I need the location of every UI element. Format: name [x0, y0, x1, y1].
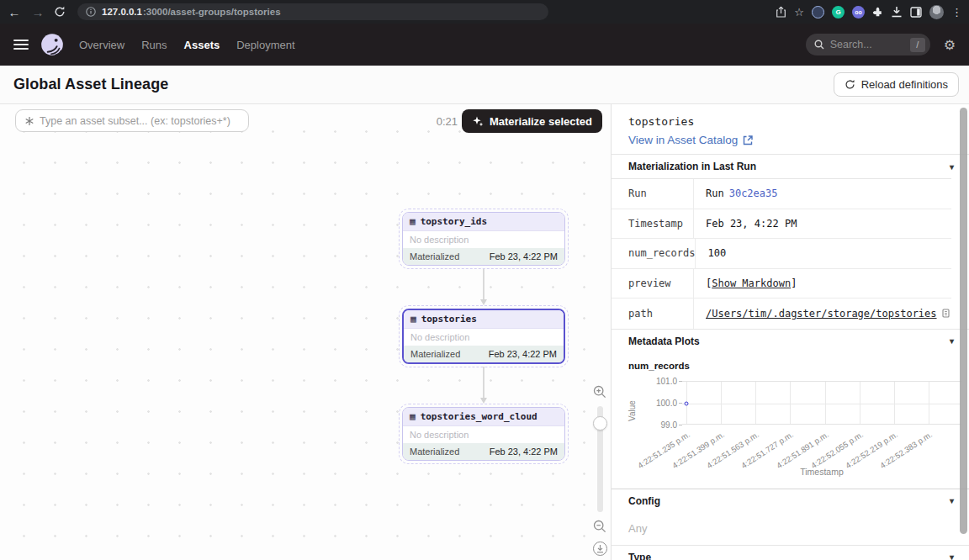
section-materialization-last-run[interactable]: Materialization in Last Run ▾	[612, 154, 969, 178]
reload-icon[interactable]	[54, 6, 69, 18]
y-tick: 100.0	[635, 399, 677, 408]
chevron-down-icon: ▾	[950, 162, 954, 172]
y-tick: 101.0	[635, 377, 677, 386]
back-icon[interactable]: ←	[7, 6, 22, 18]
zoom-in-icon[interactable]	[593, 385, 606, 399]
config-value: Any	[612, 513, 969, 545]
x-axis-label: Timestamp	[682, 467, 961, 477]
asset-status: Materialized	[410, 446, 459, 457]
asset-filter-input[interactable]	[40, 115, 240, 127]
asset-date: Feb 23, 4:22 PM	[490, 251, 558, 262]
asset-node-topstories[interactable]: ▦topstories No description MaterializedF…	[402, 309, 565, 364]
forward-icon[interactable]: →	[30, 6, 45, 18]
dagster-logo[interactable]	[40, 33, 64, 56]
y-tick: 99.0	[635, 420, 677, 430]
run-id-link[interactable]: 30c2ea35	[729, 188, 778, 199]
info-icon[interactable]	[86, 7, 96, 17]
materialization-table: Run Run30c2ea35 Timestamp Feb 23, 4:22 P…	[612, 178, 951, 329]
asset-status: Materialized	[410, 251, 459, 262]
bookmark-star-icon[interactable]: ☆	[794, 6, 804, 18]
selected-asset-title: topstories	[628, 115, 952, 128]
url-host: 127.0.0.1	[102, 7, 142, 17]
materialize-selected-button[interactable]: Materialize selected	[462, 109, 602, 133]
asset-details-panel: topstories View in Asset Catalog Materia…	[611, 104, 969, 560]
sparkle-plus-icon	[472, 115, 484, 127]
asset-description: No description	[403, 231, 564, 248]
downloads-icon[interactable]	[891, 6, 903, 18]
reload-definitions-button[interactable]: Reload definitions	[834, 72, 959, 97]
page-title: Global Asset Lineage	[13, 76, 168, 93]
asset-node-topstory-ids[interactable]: ▦topstory_ids No description Materialize…	[402, 212, 565, 266]
refresh-icon	[845, 79, 855, 90]
search-icon	[814, 40, 824, 50]
show-markdown-link[interactable]: Show Markdown	[712, 277, 791, 289]
asset-subset-icon	[24, 116, 34, 126]
copy-clipboard-icon[interactable]	[942, 309, 951, 319]
side-panel-icon[interactable]	[910, 7, 922, 18]
goggles-extension-icon[interactable]: oo	[852, 6, 865, 18]
table-row-preview: preview [Show Markdown]	[612, 269, 951, 299]
asset-name: topstories	[421, 314, 477, 325]
plot-area	[682, 381, 961, 425]
data-point	[685, 401, 689, 405]
asset-description: No description	[404, 329, 564, 346]
asset-description: No description	[403, 426, 564, 443]
url-path: :3000/asset-groups/topstories	[143, 7, 281, 17]
table-icon: ▦	[410, 412, 416, 421]
settings-gear-icon[interactable]: ⚙	[944, 37, 956, 53]
num-records-chart: Value 101.0 100.0 99.0 4:22:51.235 p.m. …	[612, 374, 969, 489]
table-row-run: Run Run30c2ea35	[612, 179, 951, 209]
zoom-out-icon[interactable]	[593, 520, 606, 533]
profile-avatar[interactable]	[929, 5, 944, 19]
panel-scrollbar[interactable]	[960, 108, 967, 534]
section-metadata-plots[interactable]: Metadata Plots ▾	[612, 329, 969, 353]
asset-date: Feb 23, 4:22 PM	[490, 446, 558, 457]
grammarly-extension-icon[interactable]: G	[832, 6, 845, 18]
asset-date: Feb 23, 4:22 PM	[489, 349, 557, 359]
asset-status: Materialized	[410, 349, 460, 359]
share-icon[interactable]	[776, 6, 786, 18]
view-in-asset-catalog-link[interactable]: View in Asset Catalog	[628, 134, 952, 146]
asset-filter[interactable]	[15, 109, 249, 132]
puzzle-extension-icon[interactable]	[872, 7, 883, 18]
table-icon: ▦	[410, 314, 416, 324]
asset-graph-canvas[interactable]: 0:21 Materialize selected ▦topstory_ids …	[0, 104, 611, 560]
nav-item-runs[interactable]: Runs	[141, 39, 167, 51]
nav-item-overview[interactable]: Overview	[79, 39, 124, 51]
url-bar[interactable]: 127.0.0.1:3000/asset-groups/topstories	[77, 3, 548, 20]
refresh-countdown: 0:21	[437, 115, 458, 128]
chevron-down-icon: ▾	[950, 552, 954, 560]
browser-toolbar: ← → 127.0.0.1:3000/asset-groups/topstori…	[0, 0, 969, 24]
plot-title: num_records	[612, 353, 969, 371]
section-type[interactable]: Type ▾	[612, 545, 969, 560]
asset-name: topstory_ids	[421, 216, 487, 227]
section-config[interactable]: Config ▾	[612, 489, 969, 513]
zoom-slider[interactable]	[597, 406, 603, 512]
search-input[interactable]	[830, 39, 904, 50]
lineage-edge	[483, 367, 484, 401]
zoom-slider-thumb[interactable]	[593, 416, 607, 431]
path-link[interactable]: /Users/tim/.dagster/storage/topstories	[706, 308, 937, 320]
asset-node-topstories-word-cloud[interactable]: ▦topstories_word_cloud No description Ma…	[402, 407, 565, 461]
table-row-timestamp: Timestamp Feb 23, 4:22 PM	[612, 209, 951, 240]
lineage-edge	[483, 269, 484, 303]
fit-view-icon[interactable]	[593, 542, 607, 556]
app-navbar: Overview Runs Assets Deployment / ⚙	[0, 24, 969, 66]
chevron-down-icon: ▾	[950, 336, 954, 346]
nav-item-deployment[interactable]: Deployment	[236, 39, 294, 51]
nav-item-assets[interactable]: Assets	[184, 39, 220, 51]
table-icon: ▦	[410, 217, 416, 226]
asset-name: topstories_word_cloud	[421, 411, 537, 422]
hamburger-menu-icon[interactable]	[13, 40, 29, 50]
extension-icon-1[interactable]	[812, 6, 824, 18]
page-header: Global Asset Lineage Reload definitions	[0, 66, 969, 104]
global-search[interactable]: /	[806, 34, 930, 55]
external-link-icon	[743, 135, 753, 145]
search-shortcut-badge: /	[910, 38, 925, 52]
chevron-down-icon: ▾	[950, 496, 954, 505]
table-row-num-records: num_records 100	[612, 239, 951, 269]
table-row-path: path /Users/tim/.dagster/storage/topstor…	[612, 298, 951, 329]
browser-menu-icon[interactable]: ⋮	[951, 6, 962, 18]
